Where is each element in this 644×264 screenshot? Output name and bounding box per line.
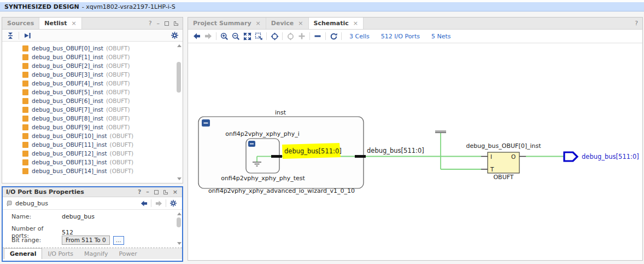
- tab-device[interactable]: Device ×: [266, 18, 309, 29]
- scroll-up-icon[interactable]: [177, 213, 182, 215]
- netlist-item[interactable]: debug_bus_OBUF[4]_inst(OBUFT): [2, 79, 183, 88]
- netlist-item[interactable]: debug_bus_OBUF[8]_inst(OBUFT): [2, 114, 183, 123]
- netlist-item[interactable]: debug_bus_OBUF[7]_inst(OBUFT): [2, 105, 183, 114]
- scroll-down-icon[interactable]: [177, 177, 182, 180]
- regenerate-icon[interactable]: [328, 31, 339, 42]
- netlist-item[interactable]: debug_bus_OBUF[0]_inst(OBUFT): [2, 44, 183, 53]
- scroll-up-icon[interactable]: [177, 44, 182, 47]
- tab-general[interactable]: General: [4, 248, 42, 259]
- netlist-tabbar: Sources Netlist × ? –: [2, 18, 183, 30]
- instance-name: debug_bus_OBUF[2]_inst: [32, 62, 103, 69]
- zoom-in-icon[interactable]: [219, 31, 230, 42]
- properties-scrollbar[interactable]: [175, 210, 182, 247]
- tab-magnify[interactable]: Magnify: [79, 248, 113, 259]
- io-ports-link[interactable]: 512 I/O Ports: [381, 33, 420, 40]
- netlist-item[interactable]: debug_bus_OBUF[6]_inst(OBUFT): [2, 96, 183, 105]
- tab-general-label: General: [10, 250, 36, 257]
- tab-sources[interactable]: Sources: [2, 18, 39, 29]
- bit-range-ellipsis-button[interactable]: …: [113, 236, 124, 245]
- instance-name: debug_bus_OBUF[8]_inst: [32, 115, 103, 122]
- collapse-button-icon[interactable]: [248, 141, 255, 147]
- back-icon[interactable]: [191, 31, 202, 42]
- netlist-item[interactable]: debug_bus_OBUF[2]_inst(OBUFT): [2, 61, 183, 70]
- close-icon[interactable]: ×: [173, 189, 178, 195]
- netlist-scrollbar[interactable]: [175, 42, 182, 182]
- netlist-item[interactable]: debug_bus_OBUF[5]_inst(OBUFT): [2, 88, 183, 96]
- instance-name: debug_bus_OBUF[10]_inst: [32, 133, 107, 139]
- zoom-selection-icon[interactable]: [253, 31, 264, 42]
- output-port-label[interactable]: debug_bus[511:0]: [582, 153, 639, 160]
- netlist-item[interactable]: debug_bus_OBUF[14]_inst(OBUFT): [2, 167, 183, 175]
- nets-link[interactable]: 5 Nets: [431, 33, 451, 40]
- tab-project-summary-close-icon[interactable]: ×: [256, 20, 261, 27]
- minimize-icon[interactable]: –: [146, 189, 149, 195]
- schematic-panel: Project Summary × Device × Schematic × ?: [188, 17, 643, 261]
- tab-netlist-close-icon[interactable]: ×: [72, 20, 77, 27]
- tab-netlist[interactable]: Netlist ×: [39, 18, 82, 29]
- netlist-item[interactable]: debug_bus_OBUF[11]_inst(OBUFT): [2, 140, 183, 149]
- instance-icon: [22, 133, 28, 139]
- zoom-fit-icon[interactable]: [242, 31, 253, 42]
- help-icon[interactable]: ?: [138, 189, 141, 195]
- instance-type: (OBUFT): [110, 133, 134, 139]
- help-icon[interactable]: ?: [149, 20, 152, 26]
- output-port-icon[interactable]: [564, 152, 577, 161]
- tab-device-close-icon[interactable]: ×: [298, 20, 303, 27]
- netlist-toolbar: [2, 30, 183, 42]
- tab-magnify-label: Magnify: [84, 250, 108, 257]
- netlist-item[interactable]: debug_bus_OBUF[3]_inst(OBUFT): [2, 70, 183, 79]
- scrollbar-thumb[interactable]: [177, 217, 181, 227]
- collapse-all-icon[interactable]: [5, 30, 16, 41]
- bit-range-field[interactable]: From 511 To 0: [62, 236, 110, 245]
- scroll-down-icon[interactable]: [177, 242, 182, 245]
- scrollbar-thumb[interactable]: [177, 62, 181, 93]
- properties-settings-gear-icon[interactable]: [168, 198, 179, 209]
- netlist-item[interactable]: debug_bus_OBUF[9]_inst(OBUFT): [2, 123, 183, 131]
- netlist-window-controls: ? –: [144, 18, 183, 29]
- forward-icon[interactable]: [203, 31, 214, 42]
- maximize-icon[interactable]: [154, 190, 159, 194]
- collapse-button-icon[interactable]: [202, 119, 210, 127]
- netlist-item[interactable]: debug_bus_OBUF[1]_inst(OBUFT): [2, 53, 183, 61]
- instance-name: debug_bus_OBUF[14]_inst: [32, 168, 107, 174]
- properties-title: I/O Port Bus Properties: [6, 188, 84, 196]
- tab-schematic[interactable]: Schematic ×: [309, 18, 364, 29]
- netlist-item[interactable]: debug_bus_OBUF[13]_inst(OBUFT): [2, 158, 183, 167]
- cells-link[interactable]: 3 Cells: [349, 33, 370, 40]
- obuft-cell[interactable]: I O T: [481, 152, 526, 173]
- tab-io-ports[interactable]: I/O Ports: [42, 248, 79, 259]
- port-t-label: T: [490, 166, 494, 173]
- tab-project-summary-label: Project Summary: [193, 20, 251, 27]
- autofit-selection-icon[interactable]: [269, 31, 280, 42]
- maximize-icon[interactable]: [165, 21, 169, 26]
- scroll-to-selected-icon[interactable]: [22, 30, 33, 41]
- netlist-list: debug_bus_OBUF[0]_inst(OBUFT)debug_bus_O…: [2, 42, 183, 183]
- tab-schematic-close-icon[interactable]: ×: [353, 20, 358, 27]
- tab-power[interactable]: Power: [114, 248, 143, 259]
- net-label[interactable]: debug_bus[511:0]: [367, 147, 424, 154]
- toggle-autofit-icon[interactable]: [285, 31, 296, 42]
- minimize-icon[interactable]: –: [157, 20, 160, 26]
- netlist-settings-gear-icon[interactable]: [169, 30, 180, 41]
- float-icon[interactable]: [163, 190, 168, 194]
- instance-name: debug_bus_OBUF[13]_inst: [32, 159, 107, 165]
- help-icon[interactable]: ?: [635, 20, 638, 26]
- highlighted-pin-label[interactable]: debug_bus[511:0]: [284, 147, 342, 155]
- netlist-item[interactable]: debug_bus_OBUF[12]_inst(OBUFT): [2, 149, 183, 158]
- tab-schematic-label: Schematic: [314, 20, 349, 27]
- schematic-canvas[interactable]: inst onfi4p2vphy_xphy_phy_i: [188, 43, 642, 260]
- netlist-item[interactable]: debug_bus_OBUF[10]_inst(OBUFT): [2, 131, 183, 140]
- instance-type: (OBUFT): [106, 71, 130, 78]
- tab-project-summary[interactable]: Project Summary ×: [188, 18, 266, 29]
- schematic-drawing: inst onfi4p2vphy_xphy_phy_i: [188, 43, 642, 260]
- add-to-schematic-icon[interactable]: [296, 31, 307, 42]
- float-icon[interactable]: [174, 21, 178, 26]
- instance-type: (OBUFT): [106, 124, 130, 130]
- remove-from-schematic-icon[interactable]: [312, 31, 323, 42]
- obuf-instance-label: debug_bus_OBUF[0]_inst: [466, 142, 541, 150]
- zoom-out-icon[interactable]: [230, 31, 241, 42]
- forward-icon[interactable]: [153, 198, 164, 209]
- instance-type: (OBUFT): [106, 115, 130, 122]
- tab-io-ports-label: I/O Ports: [48, 250, 73, 257]
- back-icon[interactable]: [138, 198, 149, 209]
